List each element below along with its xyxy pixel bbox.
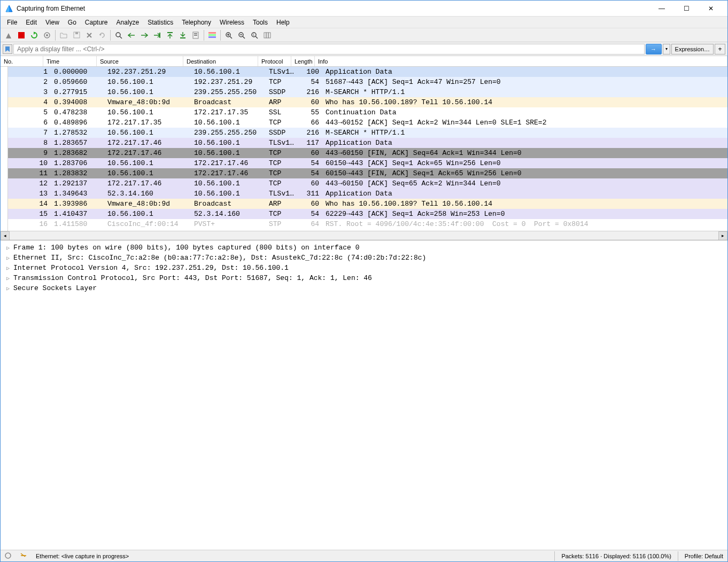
go-first-icon[interactable] — [164, 29, 176, 41]
menu-wireless[interactable]: Wireless — [215, 18, 249, 27]
packet-row[interactable]: 10.000000192.237.251.2910.56.100.1TLSv1…… — [1, 67, 727, 77]
zoom-in-icon[interactable] — [223, 29, 235, 41]
save-file-icon[interactable] — [71, 29, 82, 41]
svg-point-5 — [116, 33, 120, 37]
packet-row[interactable]: 60.489896172.217.17.3510.56.100.1TCP6644… — [1, 118, 727, 128]
svg-rect-19 — [264, 33, 266, 38]
open-file-icon[interactable] — [58, 29, 69, 41]
expand-icon[interactable]: ▷ — [5, 285, 11, 292]
packet-row[interactable]: 81.283657172.217.17.4610.56.100.1TLSv1…1… — [1, 138, 727, 148]
expand-icon[interactable]: ▷ — [5, 245, 11, 251]
close-file-icon[interactable] — [83, 29, 95, 41]
zoom-reset-icon[interactable]: 1 — [249, 29, 260, 41]
scroll-left-icon[interactable]: ◂ — [1, 231, 10, 240]
svg-rect-6 — [159, 33, 160, 38]
detail-tree-row[interactable]: ▷Internet Protocol Version 4, Src: 192.2… — [5, 263, 723, 273]
filter-history-dropdown[interactable]: ▾ — [663, 44, 670, 54]
menu-view[interactable]: View — [41, 18, 64, 27]
colorize-icon[interactable] — [206, 29, 218, 41]
packet-row[interactable]: 141.393986Vmware_48:0b:9dBroadcastARP60W… — [1, 199, 727, 209]
expert-info-icon[interactable] — [3, 552, 13, 560]
menu-bar: File Edit View Go Capture Analyze Statis… — [1, 17, 727, 28]
packet-list-body[interactable]: 10.000000192.237.251.2910.56.100.1TLSv1…… — [1, 67, 727, 231]
packet-row[interactable]: 131.34964352.3.14.16010.56.100.1TLSv1…31… — [1, 189, 727, 199]
start-capture-icon[interactable] — [3, 29, 14, 41]
menu-help[interactable]: Help — [272, 18, 294, 27]
capture-options-icon[interactable] — [41, 29, 53, 41]
packet-row[interactable]: 20.05966010.56.100.1192.237.251.29TCP545… — [1, 77, 727, 87]
close-button[interactable]: ✕ — [699, 1, 723, 17]
svg-rect-11 — [194, 35, 197, 36]
packet-row[interactable]: 71.27853210.56.100.1239.255.255.250SSDP2… — [1, 128, 727, 138]
menu-analyze[interactable]: Analyze — [112, 18, 144, 27]
packet-row[interactable]: 111.28383210.56.100.1172.217.17.46TCP546… — [1, 168, 727, 178]
expand-icon[interactable]: ▷ — [5, 255, 11, 261]
detail-tree-row[interactable]: ▷Frame 1: 100 bytes on wire (800 bits), … — [5, 243, 723, 253]
menu-statistics[interactable]: Statistics — [143, 18, 177, 27]
detail-tree-row[interactable]: ▷Ethernet II, Src: CiscoInc_7c:a2:8e (b0… — [5, 253, 723, 263]
go-back-icon[interactable] — [126, 29, 137, 41]
column-header-destination[interactable]: Destination — [183, 56, 258, 66]
column-header-info[interactable]: Info — [315, 56, 727, 66]
menu-telephony[interactable]: Telephony — [177, 18, 215, 27]
toolbar-separator — [55, 30, 56, 41]
menu-file[interactable]: File — [3, 18, 21, 27]
minimize-button[interactable]: — — [649, 1, 674, 17]
menu-capture[interactable]: Capture — [81, 18, 112, 27]
column-header-protocol[interactable]: Protocol — [258, 56, 291, 66]
reload-icon[interactable] — [96, 29, 108, 41]
expand-icon[interactable]: ▷ — [5, 265, 11, 271]
packet-row[interactable]: 161.411580CiscoInc_4f:00:14PVST+STP64RST… — [1, 219, 727, 229]
svg-rect-10 — [194, 33, 197, 34]
packet-row[interactable]: 171.839880CiscoInc_4f:00:14PVST+STP64RST… — [1, 229, 727, 231]
display-filter-input[interactable] — [13, 44, 645, 54]
apply-filter-button[interactable]: → — [646, 44, 662, 54]
expand-icon[interactable]: ▷ — [5, 275, 11, 282]
scroll-right-icon[interactable]: ▸ — [718, 231, 727, 240]
status-profile[interactable]: Profile: Default — [683, 553, 725, 559]
go-to-packet-icon[interactable] — [151, 29, 163, 41]
detail-tree-row[interactable]: ▷Secure Sockets Layer — [5, 283, 723, 293]
resize-columns-icon[interactable] — [261, 29, 273, 41]
column-header-time[interactable]: Time — [43, 56, 97, 66]
go-forward-icon[interactable] — [138, 29, 150, 41]
related-packet-marker — [1, 67, 8, 231]
column-header-no[interactable]: No. — [1, 56, 43, 66]
menu-go[interactable]: Go — [64, 18, 81, 27]
packet-row[interactable]: 91.283682172.217.17.4610.56.100.1TCP6044… — [1, 148, 727, 158]
column-header-source[interactable]: Source — [97, 56, 183, 66]
status-bar: Ethernet: <live capture in progress> Pac… — [1, 550, 727, 561]
expression-button[interactable]: Expression… — [671, 44, 714, 54]
horizontal-scrollbar[interactable]: ◂ ▸ — [1, 231, 727, 240]
status-separator — [554, 551, 555, 561]
maximize-button[interactable]: ☐ — [674, 1, 699, 17]
packet-row[interactable]: 101.28370610.56.100.1172.217.17.46TCP546… — [1, 158, 727, 168]
packet-row[interactable]: 151.41043710.56.100.152.3.14.160TCP54622… — [1, 209, 727, 219]
toolbar-separator — [220, 30, 221, 41]
scroll-track[interactable] — [10, 231, 718, 240]
zoom-out-icon[interactable] — [236, 29, 247, 41]
packet-details-pane[interactable]: ▷Frame 1: 100 bytes on wire (800 bits), … — [1, 240, 727, 550]
capture-comment-icon[interactable] — [18, 552, 29, 560]
toolbar-separator — [110, 30, 111, 41]
packet-row[interactable]: 30.27791510.56.100.1239.255.255.250SSDP2… — [1, 87, 727, 97]
toolbar-separator — [204, 30, 204, 41]
stop-capture-icon[interactable] — [16, 29, 27, 41]
packet-row[interactable]: 121.292137172.217.17.4610.56.100.1TCP604… — [1, 178, 727, 189]
go-last-icon[interactable] — [177, 29, 189, 41]
column-header-length[interactable]: Length — [291, 56, 315, 66]
app-icon — [5, 4, 13, 13]
menu-edit[interactable]: Edit — [21, 18, 41, 27]
auto-scroll-icon[interactable] — [190, 29, 202, 41]
restart-capture-icon[interactable] — [28, 29, 40, 41]
status-packets: Packets: 5116 · Displayed: 5116 (100.0%) — [559, 553, 673, 559]
packet-row[interactable]: 50.47823810.56.100.1172.217.17.35SSL55Co… — [1, 107, 727, 118]
packet-row[interactable]: 40.394008Vmware_48:0b:9dBroadcastARP60Wh… — [1, 97, 727, 107]
detail-tree-row[interactable]: ▷Transmission Control Protocol, Src Port… — [5, 273, 723, 283]
svg-rect-21 — [268, 33, 270, 38]
add-filter-button[interactable]: + — [715, 44, 725, 54]
menu-tools[interactable]: Tools — [249, 18, 272, 27]
find-icon[interactable] — [113, 29, 125, 41]
bookmark-filter-icon[interactable] — [3, 44, 12, 54]
svg-rect-14 — [208, 36, 216, 38]
